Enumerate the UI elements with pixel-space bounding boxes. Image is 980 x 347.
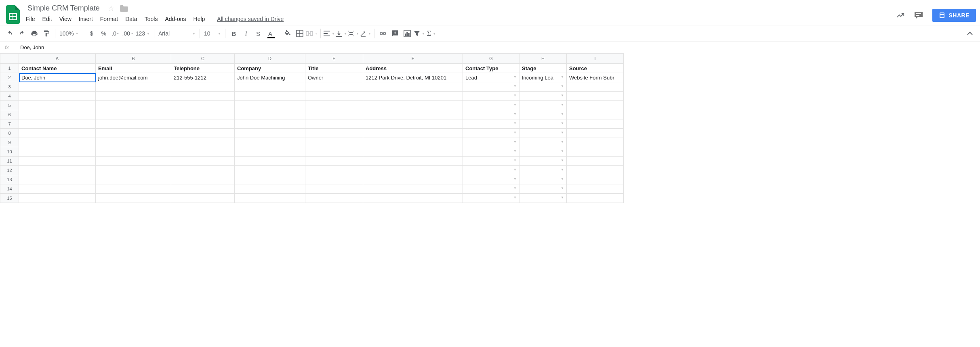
cell-C6[interactable]	[171, 110, 235, 119]
cell-E14[interactable]	[305, 184, 363, 194]
format-currency[interactable]: $	[86, 27, 98, 40]
cell-I12[interactable]	[567, 166, 624, 175]
cell-B12[interactable]	[96, 166, 171, 175]
cell-E5[interactable]	[305, 101, 363, 110]
cell-C2[interactable]: 212-555-1212	[171, 73, 235, 82]
collapse-toolbar-icon[interactable]	[964, 27, 976, 40]
cell-D9[interactable]	[235, 138, 305, 147]
filter-icon[interactable]: ▼	[413, 27, 425, 40]
cell-H10[interactable]	[519, 147, 567, 157]
cell-F14[interactable]	[363, 184, 463, 194]
chart-icon[interactable]	[401, 27, 413, 40]
cell-A11[interactable]	[19, 157, 96, 166]
cell-D12[interactable]	[235, 166, 305, 175]
cell-H5[interactable]	[519, 101, 567, 110]
cell-A8[interactable]	[19, 129, 96, 138]
cell-A5[interactable]	[19, 101, 96, 110]
formula-bar[interactable]: fx Doe, John	[0, 42, 980, 53]
decrease-decimal[interactable]: .0←	[110, 27, 122, 40]
row-header-11[interactable]: 11	[0, 157, 19, 166]
cell-F8[interactable]	[363, 129, 463, 138]
cell-B11[interactable]	[96, 157, 171, 166]
cell-A13[interactable]	[19, 175, 96, 184]
cell-F13[interactable]	[363, 175, 463, 184]
cell-B4[interactable]	[96, 92, 171, 101]
cell-H6[interactable]	[519, 110, 567, 119]
format-percent[interactable]: %	[98, 27, 110, 40]
cell-I13[interactable]	[567, 175, 624, 184]
cell-I9[interactable]	[567, 138, 624, 147]
cell-A12[interactable]	[19, 166, 96, 175]
comments-icon[interactable]	[914, 11, 923, 20]
cell-F9[interactable]	[363, 138, 463, 147]
cell-E12[interactable]	[305, 166, 363, 175]
cell-C11[interactable]	[171, 157, 235, 166]
row-header-15[interactable]: 15	[0, 194, 19, 203]
cell-H14[interactable]	[519, 184, 567, 194]
cell-I2[interactable]: Website Form Subr	[567, 73, 624, 82]
increase-decimal[interactable]: .00→	[122, 27, 134, 40]
functions-icon[interactable]: Σ▼	[425, 27, 437, 40]
cell-I1[interactable]: Source	[567, 64, 624, 73]
menu-addons[interactable]: Add-ons	[165, 16, 186, 22]
row-header-9[interactable]: 9	[0, 138, 19, 147]
cell-G13[interactable]	[463, 175, 519, 184]
more-formats[interactable]: 123▼	[134, 27, 151, 40]
menu-help[interactable]: Help	[193, 16, 205, 22]
rotate-icon[interactable]: ▼	[360, 27, 372, 40]
sheets-logo-icon[interactable]	[5, 4, 21, 25]
col-header-C[interactable]: C	[171, 54, 235, 64]
font-select[interactable]: Arial▼	[157, 27, 197, 40]
paint-format-icon[interactable]	[40, 27, 53, 40]
cell-H13[interactable]	[519, 175, 567, 184]
cell-F1[interactable]: Address	[363, 64, 463, 73]
cell-D7[interactable]	[235, 119, 305, 129]
cell-I11[interactable]	[567, 157, 624, 166]
cell-E3[interactable]	[305, 82, 363, 92]
cell-E2[interactable]: Owner	[305, 73, 363, 82]
cell-H15[interactable]	[519, 194, 567, 203]
cell-B3[interactable]	[96, 82, 171, 92]
cell-G12[interactable]	[463, 166, 519, 175]
col-header-G[interactable]: G	[463, 54, 519, 64]
cell-H7[interactable]	[519, 119, 567, 129]
cell-F5[interactable]	[363, 101, 463, 110]
zoom-select[interactable]: 100%▼	[58, 27, 80, 40]
cell-I5[interactable]	[567, 101, 624, 110]
comment-icon[interactable]	[389, 27, 401, 40]
cell-H12[interactable]	[519, 166, 567, 175]
cell-C14[interactable]	[171, 184, 235, 194]
cell-C9[interactable]	[171, 138, 235, 147]
cell-G4[interactable]	[463, 92, 519, 101]
menu-tools[interactable]: Tools	[145, 16, 158, 22]
cell-E7[interactable]	[305, 119, 363, 129]
cell-G9[interactable]	[463, 138, 519, 147]
cell-C15[interactable]	[171, 194, 235, 203]
menu-file[interactable]: File	[26, 16, 35, 22]
cell-I10[interactable]	[567, 147, 624, 157]
cell-G14[interactable]	[463, 184, 519, 194]
row-header-7[interactable]: 7	[0, 119, 19, 129]
cell-A7[interactable]	[19, 119, 96, 129]
row-header-12[interactable]: 12	[0, 166, 19, 175]
spreadsheet-grid[interactable]: ABCDEFGHI1Contact NameEmailTelephoneComp…	[0, 53, 980, 203]
text-color-icon[interactable]: A	[264, 27, 276, 40]
explore-icon[interactable]	[896, 11, 905, 20]
cell-D6[interactable]	[235, 110, 305, 119]
cell-G3[interactable]	[463, 82, 519, 92]
cell-F2[interactable]: 1212 Park Drive, Detroit, MI 10201	[363, 73, 463, 82]
cell-A2[interactable]: Doe, John	[19, 73, 96, 82]
menu-edit[interactable]: Edit	[42, 16, 52, 22]
print-icon[interactable]	[28, 27, 40, 40]
cell-D11[interactable]	[235, 157, 305, 166]
cell-D3[interactable]	[235, 82, 305, 92]
cell-H4[interactable]	[519, 92, 567, 101]
cell-E9[interactable]	[305, 138, 363, 147]
fill-color-icon[interactable]	[282, 27, 294, 40]
cell-F3[interactable]	[363, 82, 463, 92]
row-header-1[interactable]: 1	[0, 64, 19, 73]
cell-D14[interactable]	[235, 184, 305, 194]
cell-F7[interactable]	[363, 119, 463, 129]
cell-D2[interactable]: John Doe Machining	[235, 73, 305, 82]
cell-A4[interactable]	[19, 92, 96, 101]
